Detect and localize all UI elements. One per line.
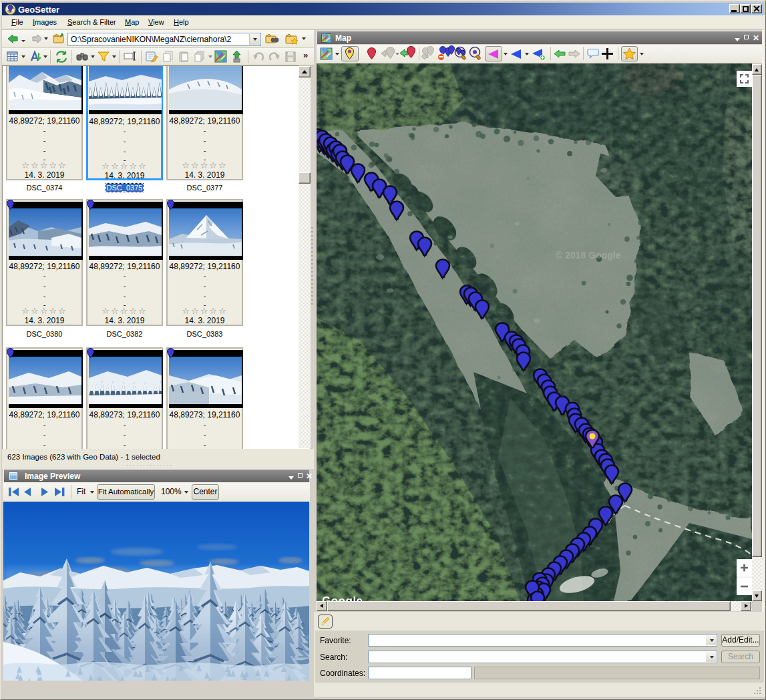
svg-text:© 2018 Google: © 2018 Google [556,250,621,260]
svg-text:Google: Google [322,594,363,601]
